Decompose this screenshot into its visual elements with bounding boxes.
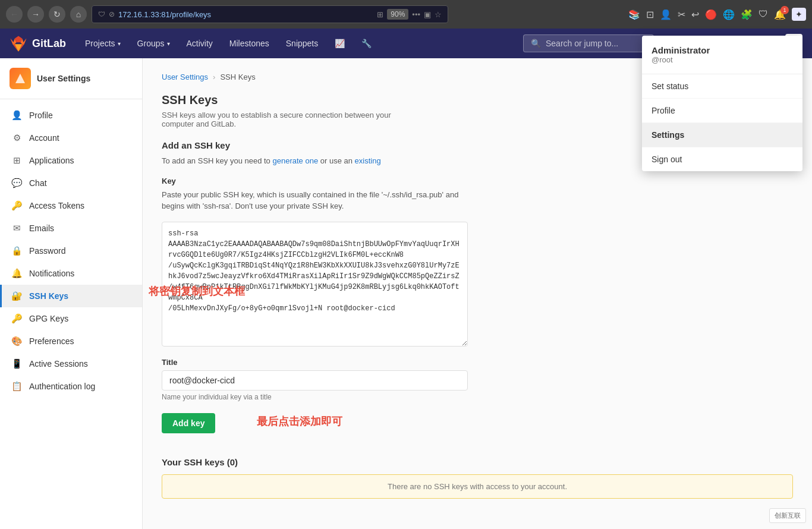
screenshot-icon: ▣ (424, 10, 431, 19)
key-textarea[interactable]: ssh-rsa AAAAB3NzaC1yc2EAAAADAQABAABAQDw7… (162, 222, 468, 347)
key-label: Key (162, 177, 468, 185)
info-icon: ⊘ (109, 10, 115, 18)
content-grid: Add an SSH key To add an SSH key you nee… (162, 140, 793, 438)
nav-graph-icon[interactable]: 📈 (328, 34, 352, 53)
dropdown-header: Administrator @root (642, 58, 802, 74)
key-form-group: Key Paste your public SSH key, which is … (162, 177, 468, 348)
vpn-icon[interactable]: 🔴 (705, 9, 717, 20)
add-key-button[interactable]: Add key (162, 413, 215, 433)
no-keys-notice: There are no SSH keys with access to you… (162, 474, 793, 499)
sidebar-item-ssh-keys[interactable]: 🔐 SSH Keys (0, 285, 142, 307)
sidebar-item-applications[interactable]: ⊞ Applications (0, 149, 142, 172)
sidebar-item-password[interactable]: 🔒 Password (0, 240, 142, 262)
user-dropdown: Administrator @root Set status Profile S… (642, 58, 802, 171)
desc-text-middle: or use an (320, 156, 353, 165)
sidebar-label-active-sessions: Active Sessions (29, 359, 88, 369)
shelf-icon[interactable]: 📚 (628, 9, 640, 20)
dropdown-item-settings[interactable]: Settings (642, 123, 802, 147)
generate-link[interactable]: generate one (272, 156, 318, 165)
crop-icon[interactable]: ✂ (678, 9, 685, 20)
key-hint: Paste your public SSH key, which is usua… (162, 189, 468, 212)
nav-snippets[interactable]: Snippets (279, 34, 325, 53)
sidebar-item-auth-log[interactable]: 📋 Authentication log (0, 375, 142, 398)
nav-projects[interactable]: Projects ▾ (78, 34, 128, 53)
home-button[interactable]: ⌂ (70, 6, 87, 23)
search-box[interactable]: 🔍 Search or jump to... (523, 34, 654, 52)
sidebar-label-auth-log: Authentication log (29, 382, 95, 391)
back-button[interactable]: ← (6, 6, 23, 23)
gitlab-wordmark: GitLab (32, 37, 66, 50)
reload-button[interactable]: ↻ (49, 6, 65, 23)
sidebar-item-notifications[interactable]: 🔔 Notifications (0, 262, 142, 285)
add-section-desc: To add an SSH key you need to generate o… (162, 155, 468, 167)
sidebar-item-chat[interactable]: 💬 Chat (0, 172, 142, 194)
svg-marker-0 (15, 74, 25, 83)
nav-milestones[interactable]: Milestones (222, 34, 276, 53)
active-extension-icon[interactable]: ✦ (792, 8, 806, 21)
nav-wrench-icon[interactable]: 🔧 (354, 34, 379, 53)
address-bar[interactable]: 🛡 ⊘ 172.16.1.33:81/profile/keys ⊞ 90% ••… (92, 5, 448, 23)
lock-icon: 🛡 (98, 10, 105, 18)
sidebar-label-password: Password (29, 246, 65, 256)
account-settings-icon: ⚙ (11, 133, 22, 143)
sidebar-item-account[interactable]: ⚙ Account (0, 127, 142, 149)
gitlab-logo[interactable]: GitLab (10, 34, 66, 52)
access-tokens-icon: 🔑 (11, 200, 22, 211)
ssh-keys-icon: 🔐 (11, 291, 22, 301)
breadcrumb-separator: › (213, 73, 215, 81)
shield2-icon[interactable]: 🛡 (759, 9, 768, 20)
password-icon: 🔒 (11, 245, 22, 256)
profile-icon: 👤 (11, 110, 22, 121)
sidebar-label-gpg-keys: GPG Keys (29, 314, 68, 323)
puzzle-icon[interactable]: 🧩 (741, 9, 753, 20)
main-layout: User Settings 👤 Profile ⚙ Account ⊞ Appl… (0, 58, 812, 529)
your-keys-title: Your SSH keys (0) (162, 457, 793, 467)
sidebar-label-profile: Profile (29, 111, 53, 120)
account-icon[interactable]: 👤 (660, 9, 672, 20)
sidebar-item-profile[interactable]: 👤 Profile (0, 104, 142, 127)
sidebar-label-account: Account (29, 133, 59, 143)
add-section-title: Add an SSH key (162, 140, 468, 150)
title-label: Title (162, 358, 468, 367)
translate-icon[interactable]: 🌐 (723, 9, 735, 20)
dropdown-item-set-status[interactable]: Set status (642, 74, 802, 99)
browser-menu-icon: ⊞ (377, 10, 383, 19)
projects-chevron: ▾ (118, 40, 121, 47)
sidebar-label-ssh-keys: SSH Keys (29, 291, 68, 301)
page-description: SSH keys allow you to establish a secure… (162, 111, 399, 128)
reader-icon[interactable]: ⊡ (646, 9, 654, 20)
applications-icon: ⊞ (11, 155, 22, 166)
title-input[interactable] (162, 370, 468, 391)
your-ssh-keys-section: Your SSH keys (0) There are no SSH keys … (162, 457, 793, 499)
sidebar-item-emails[interactable]: ✉ Emails (0, 217, 142, 240)
nav-groups[interactable]: Groups ▾ (130, 34, 177, 53)
sidebar-item-access-tokens[interactable]: 🔑 Access Tokens (0, 194, 142, 217)
breadcrumb-user-settings[interactable]: User Settings (162, 73, 208, 81)
right-column (487, 140, 793, 438)
sidebar-item-active-sessions[interactable]: 📱 Active Sessions (0, 352, 142, 375)
forward-button[interactable]: → (27, 6, 44, 23)
sidebar: User Settings 👤 Profile ⚙ Account ⊞ Appl… (0, 58, 143, 529)
title-form-group: Title Name your individual key via a tit… (162, 358, 468, 401)
zoom-level: 90% (387, 9, 408, 20)
sidebar-header: User Settings (0, 58, 142, 99)
search-icon: 🔍 (531, 39, 541, 48)
sidebar-item-preferences[interactable]: 🎨 Preferences (0, 330, 142, 352)
sidebar-label-preferences: Preferences (29, 336, 74, 346)
breadcrumb-current: SSH Keys (220, 73, 255, 81)
url-text: 172.16.1.33:81/profile/keys (118, 10, 373, 19)
sidebar-item-gpg-keys[interactable]: 🔑 GPG Keys (0, 307, 142, 330)
dropdown-item-sign-out[interactable]: Sign out (642, 147, 802, 171)
dropdown-item-profile[interactable]: Profile (642, 99, 802, 123)
sidebar-label-access-tokens: Access Tokens (29, 201, 84, 210)
existing-link[interactable]: existing (355, 156, 381, 165)
preferences-icon: 🎨 (11, 336, 22, 347)
desc-text-before: To add an SSH key you need to (162, 156, 270, 165)
notification-icon[interactable]: 🔔 1 (774, 9, 786, 20)
title-hint: Name your individual key via a title (162, 393, 468, 401)
back2-icon[interactable]: ↩ (691, 9, 699, 20)
click-annotation-label: 最后点击添加即可 (257, 414, 342, 429)
main-nav-items: Projects ▾ Groups ▾ Activity Milestones … (78, 34, 379, 53)
nav-activity[interactable]: Activity (180, 34, 220, 53)
groups-chevron: ▾ (167, 40, 170, 47)
